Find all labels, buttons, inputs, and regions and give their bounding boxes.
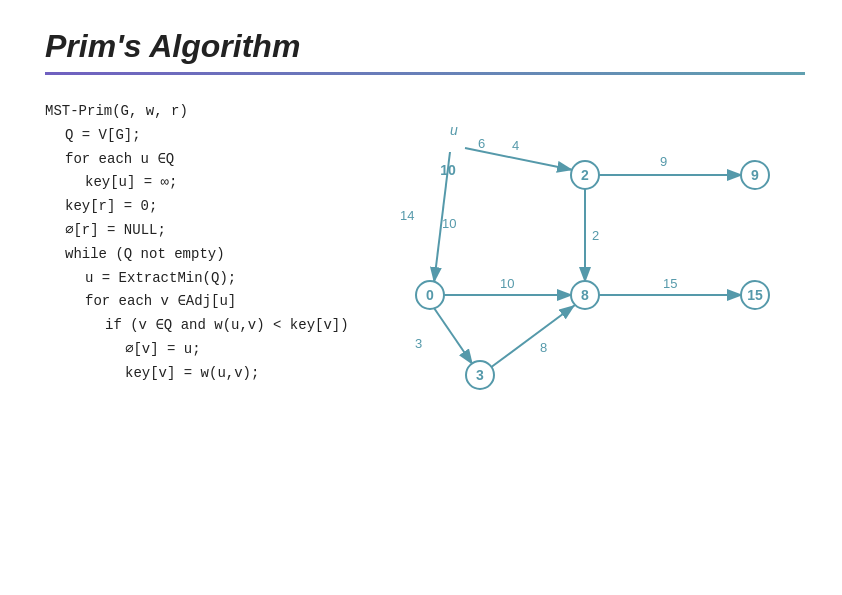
edge-label-3: 3 <box>415 336 422 351</box>
code-line-6: ⌀[r] = NULL; <box>45 219 349 243</box>
edge-0-3 <box>434 308 473 365</box>
graph-area: 4 6 14 10 9 2 15 10 3 8 u 2 9 0 8 15 3 1… <box>360 120 820 420</box>
pseudocode-block: MST-Prim(G, w, r) Q = V[G]; for each u ∈… <box>45 100 349 386</box>
edge-label-14: 14 <box>400 208 414 223</box>
edge-label-4: 4 <box>512 138 519 153</box>
title-underline <box>45 72 805 75</box>
edge-label-10-bottom: 10 <box>500 276 514 291</box>
graph-svg: 4 6 14 10 9 2 15 10 3 8 u 2 9 0 8 15 3 1… <box>360 120 820 420</box>
node-label-u: u <box>450 122 458 138</box>
code-line-2: Q = V[G]; <box>45 124 349 148</box>
node-label-8: 8 <box>581 287 589 303</box>
code-line-9: for each v ∈Adj[u] <box>45 290 349 314</box>
edge-label-6: 6 <box>478 136 485 151</box>
page-title: Prim's Algorithm <box>45 28 300 65</box>
edge-3-8 <box>490 305 575 368</box>
code-line-1: MST-Prim(G, w, r) <box>45 100 349 124</box>
code-line-4: key[u] = ∞; <box>45 171 349 195</box>
code-line-5: key[r] = 0; <box>45 195 349 219</box>
edge-label-10-left: 10 <box>442 216 456 231</box>
edge-label-9-top: 9 <box>660 154 667 169</box>
code-line-11: ⌀[v] = u; <box>45 338 349 362</box>
node-label-15-right: 15 <box>747 287 763 303</box>
node-label-0: 0 <box>426 287 434 303</box>
node-label-9-right: 9 <box>751 167 759 183</box>
edge-label-2: 2 <box>592 228 599 243</box>
edge-label-8: 8 <box>540 340 547 355</box>
node-label-3: 3 <box>476 367 484 383</box>
edge-label-15: 15 <box>663 276 677 291</box>
code-line-8: u = ExtractMin(Q); <box>45 267 349 291</box>
node-label-2: 2 <box>581 167 589 183</box>
code-line-3: for each u ∈Q <box>45 148 349 172</box>
node-label-10-top: 10 <box>440 162 456 178</box>
code-line-7: while (Q not empty) <box>45 243 349 267</box>
code-line-10: if (v ∈Q and w(u,v) < key[v]) <box>45 314 349 338</box>
code-line-12: key[v] = w(u,v); <box>45 362 349 386</box>
